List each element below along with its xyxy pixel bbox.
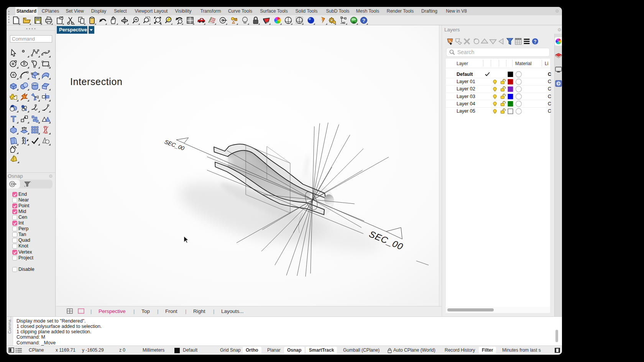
svg-text:?: ?: [557, 82, 560, 86]
svg-text:?: ?: [362, 18, 365, 23]
svg-text:T: T: [11, 114, 16, 124]
